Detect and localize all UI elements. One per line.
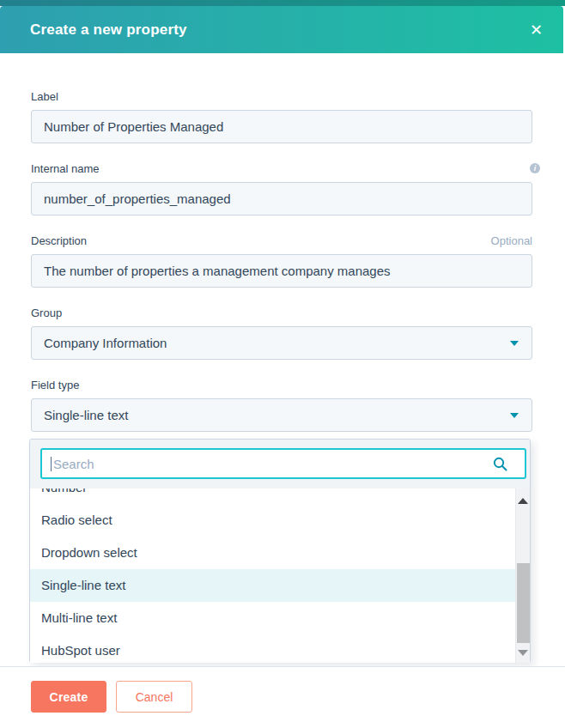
- group-field-label: Group: [31, 306, 532, 320]
- label-input[interactable]: [31, 110, 532, 143]
- internal-name-field-label: Internal name i: [31, 162, 532, 176]
- scroll-up-button[interactable]: [516, 492, 530, 509]
- text-cursor: [51, 457, 52, 471]
- option-radio-select[interactable]: Radio select: [30, 504, 517, 537]
- description-input[interactable]: [31, 254, 532, 288]
- search-input[interactable]: [40, 448, 526, 479]
- field-type-dropdown-panel: Number Radio select Dropdown select Sing…: [29, 439, 531, 663]
- dropdown-search-strip: [30, 440, 530, 488]
- cancel-button[interactable]: Cancel: [116, 681, 192, 713]
- option-multi-line-text[interactable]: Multi-line text: [30, 602, 517, 634]
- label-field-label: Label: [31, 90, 532, 104]
- scroll-down-button[interactable]: [516, 644, 530, 661]
- field-type-field-group: Field type Single-line text: [31, 379, 532, 432]
- optional-badge: Optional: [491, 234, 532, 247]
- field-type-select[interactable]: Single-line text: [31, 398, 532, 432]
- label-field-group: Label: [31, 90, 532, 143]
- close-icon[interactable]: ✕: [530, 22, 543, 38]
- modal-body: Label Internal name i Description Option…: [0, 53, 565, 451]
- chevron-down-icon: [510, 413, 519, 418]
- info-icon[interactable]: i: [530, 163, 540, 173]
- modal-header: Create a new property ✕: [0, 6, 563, 53]
- modal-title: Create a new property: [30, 21, 187, 39]
- group-select-value: Company Information: [44, 336, 167, 350]
- option-single-line-text[interactable]: Single-line text: [30, 569, 517, 602]
- group-select[interactable]: Company Information: [31, 326, 532, 360]
- create-button[interactable]: Create: [31, 681, 106, 713]
- internal-name-field-group: Internal name i: [31, 162, 532, 215]
- option-dropdown-select[interactable]: Dropdown select: [30, 537, 517, 569]
- internal-name-label-text: Internal name: [31, 162, 100, 175]
- option-number[interactable]: Number: [30, 488, 517, 504]
- description-field-group: Description Optional: [31, 234, 532, 288]
- create-property-modal: Create a new property ✕ Label Internal n…: [0, 0, 565, 728]
- description-field-label: Description Optional: [31, 234, 532, 248]
- internal-name-input[interactable]: [31, 182, 532, 215]
- triangle-down-icon: [518, 650, 528, 656]
- field-type-options-list: Number Radio select Dropdown select Sing…: [30, 488, 517, 663]
- group-field-group: Group Company Information: [31, 306, 532, 360]
- option-hubspot-user[interactable]: HubSpot user: [30, 634, 517, 663]
- triangle-up-icon: [518, 498, 528, 504]
- chevron-down-icon: [510, 341, 519, 346]
- field-type-select-value: Single-line text: [44, 408, 128, 422]
- field-type-field-label: Field type: [31, 379, 532, 392]
- description-label-text: Description: [31, 234, 87, 247]
- modal-footer: Create Cancel: [0, 667, 565, 728]
- scrollbar-thumb[interactable]: [517, 563, 530, 643]
- page-background-strip: [0, 0, 565, 6]
- dropdown-scrollbar[interactable]: [515, 488, 530, 663]
- search-icon: [493, 457, 507, 471]
